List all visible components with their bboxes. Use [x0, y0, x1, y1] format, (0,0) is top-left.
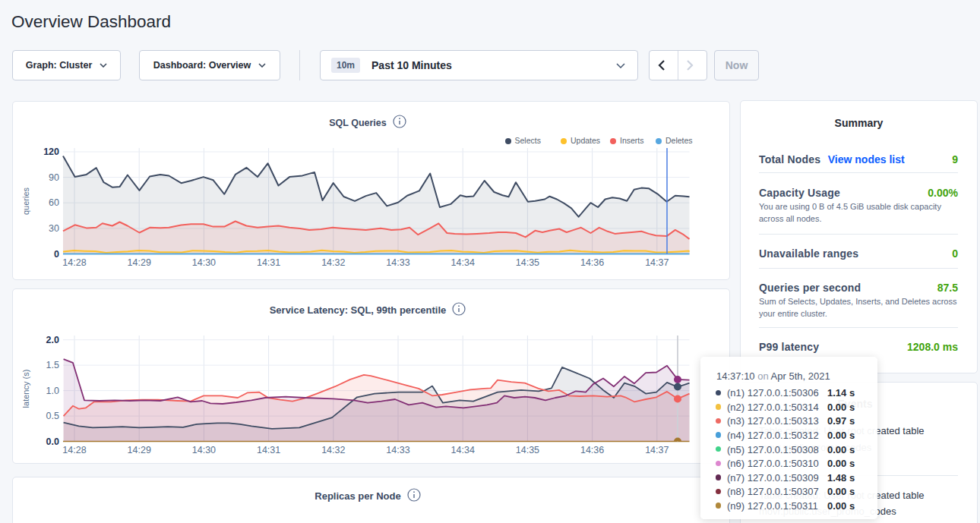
svg-text:14:31: 14:31	[257, 257, 280, 268]
svg-text:14:29: 14:29	[128, 257, 151, 268]
svg-text:0.0: 0.0	[46, 436, 59, 447]
svg-text:14:32: 14:32	[321, 445, 345, 455]
svg-text:60: 60	[49, 197, 59, 208]
svg-text:14:34: 14:34	[451, 445, 475, 455]
svg-text:14:36: 14:36	[580, 445, 604, 455]
svg-text:0: 0	[54, 249, 59, 260]
svg-text:14:28: 14:28	[62, 257, 86, 268]
svg-text:14:34: 14:34	[451, 257, 475, 268]
svg-text:latency (s): latency (s)	[21, 370, 30, 408]
svg-text:14:31: 14:31	[257, 445, 280, 455]
svg-text:14:37: 14:37	[645, 257, 669, 268]
svg-text:14:30: 14:30	[192, 445, 216, 455]
svg-text:14:29: 14:29	[128, 445, 151, 455]
svg-text:14:36: 14:36	[580, 257, 604, 268]
svg-text:14:35: 14:35	[516, 445, 539, 455]
svg-text:14:30: 14:30	[192, 257, 216, 268]
svg-text:14:33: 14:33	[386, 257, 409, 268]
svg-text:14:32: 14:32	[321, 257, 345, 268]
svg-text:14:33: 14:33	[386, 445, 409, 455]
svg-text:2.0: 2.0	[46, 335, 59, 345]
svg-text:1.0: 1.0	[46, 386, 59, 396]
svg-text:90: 90	[49, 172, 59, 183]
svg-text:1.5: 1.5	[46, 360, 59, 370]
svg-text:30: 30	[49, 223, 59, 234]
svg-text:14:35: 14:35	[516, 257, 539, 268]
svg-text:0.5: 0.5	[46, 411, 59, 421]
svg-text:queries: queries	[21, 187, 30, 215]
svg-text:14:28: 14:28	[62, 445, 86, 455]
svg-text:14:37: 14:37	[645, 445, 669, 455]
svg-text:120: 120	[43, 147, 59, 157]
